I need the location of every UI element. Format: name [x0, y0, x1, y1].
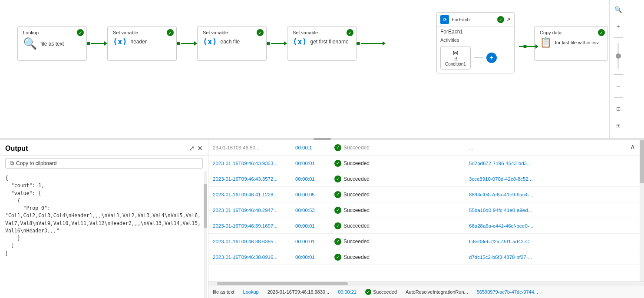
foreach-expand-btn[interactable]: ↗ — [506, 17, 511, 23]
col-duration: 00:00:01 — [295, 176, 334, 182]
table-row[interactable]: 2023-01-16T09:46:38.6385... 00:00:01 ✓ S… — [208, 234, 644, 249]
toolbar-divider-1 — [614, 37, 623, 38]
node-title-lookup: Lookup — [23, 30, 81, 35]
col-duration: 00:00:05 — [295, 192, 334, 197]
foreach-title: ForEach — [452, 17, 470, 22]
zoom-slider[interactable] — [618, 43, 619, 69]
table-scroll: 23-01-16T09:46:50... 00:00:1 ✓ Succeeded… — [208, 140, 644, 298]
foreach-connector-dot — [523, 45, 527, 48]
col-id: ... — [469, 145, 640, 150]
if-condition-box[interactable]: ⋈ IfCondition1 — [440, 46, 471, 70]
connector-4 — [357, 41, 386, 46]
output-scrollbar[interactable] — [204, 171, 207, 298]
right-toolbar: 🔍 + − ⊡ ⊞ — [609, 0, 627, 139]
output-text: { "count": 1, "value": [ { "Prop_0": "Co… — [5, 175, 203, 257]
node-body-lookup: 🔍 file as text — [23, 37, 81, 50]
col-timestamp: 2023-01-16T09:46:43.9353... — [213, 161, 295, 166]
connector-line-2 — [181, 43, 194, 44]
status-dot: ✓ — [334, 160, 341, 167]
status-type: Lookup — [243, 289, 259, 295]
bottom-area: Output ⤢ ✕ ⧉ Copy to clipboard { "count"… — [0, 140, 644, 298]
node-set-variable-filename[interactable]: ✓ Set variable (x) get first filename — [287, 26, 357, 61]
node-check-lookup: ✓ — [77, 29, 84, 36]
col-duration: 00:00:01 — [295, 239, 334, 244]
node-set-variable-header[interactable]: ✓ Set variable (x) header — [107, 26, 177, 61]
table-row[interactable]: 2023-01-16T09:46:39.1697... 00:00:01 ✓ S… — [208, 218, 644, 234]
col-duration: 00:00:01 — [295, 161, 334, 166]
connector-line-4 — [361, 43, 383, 44]
grid-btn[interactable]: ⊞ — [612, 119, 624, 132]
node-set-variable-each-file[interactable]: ✓ Set variable (x) each file — [197, 26, 267, 61]
col-status: ✓ Succeeded — [334, 144, 391, 151]
table-row[interactable]: 2023-01-16T09:46:43.3572... 00:00:01 ✓ S… — [208, 171, 644, 187]
node-lookup[interactable]: ✓ Lookup 🔍 file as text — [17, 26, 87, 61]
connector-line-3 — [271, 43, 284, 44]
col-timestamp: 2023-01-16T09:46:43.3572... — [213, 176, 295, 182]
connector-dot-1 — [87, 42, 90, 45]
copy-to-clipboard-btn[interactable]: ⧉ Copy to clipboard — [5, 158, 203, 169]
status-id: 56590979-ac7b-47dc-9744... — [477, 289, 538, 295]
table-row[interactable]: 23-01-16T09:46:50... 00:00:1 ✓ Succeeded… — [208, 140, 644, 156]
status-duration: 00:00:21 — [338, 289, 357, 295]
col-status: ✓ Succeeded — [334, 222, 391, 229]
node-label-copy: for last file within csv — [555, 40, 599, 45]
col-timestamp: 2023-01-16T09:46:39.1697... — [213, 223, 295, 228]
foreach-check: ✓ — [497, 16, 504, 23]
lookup-icon: 🔍 — [23, 37, 37, 50]
node-check-copy: ✓ — [598, 29, 605, 36]
table-row[interactable]: 2023-01-16T09:46:38.0916... 00:00:01 ✓ S… — [208, 249, 644, 265]
node-check-each: ✓ — [257, 29, 264, 36]
table-scrollbar[interactable] — [640, 140, 644, 285]
node-copy-data[interactable]: ✓ Copy data 📋 for last file within csv — [534, 26, 608, 61]
output-panel: Output ⤢ ✕ ⧉ Copy to clipboard { "count"… — [0, 140, 208, 298]
connector-arrow-1 — [104, 41, 107, 46]
table-row[interactable]: 2023-01-16T09:46:43.9353... 00:00:01 ✓ S… — [208, 156, 644, 171]
connector-line-1 — [91, 43, 104, 44]
fit-btn[interactable]: ⊡ — [612, 103, 624, 115]
pipeline-nodes: ✓ Lookup 🔍 file as text ✓ Set variable (… — [17, 26, 386, 61]
status-dot: ✓ — [334, 144, 341, 151]
connector-arrow-2 — [194, 41, 197, 46]
status-label: Succeeded — [373, 289, 397, 295]
node-body-copy: 📋 for last file within csv — [540, 37, 602, 48]
connector-dot-4 — [357, 42, 360, 45]
status-text: Succeeded — [343, 238, 370, 245]
zoom-in-btn[interactable]: + — [612, 20, 624, 32]
col-timestamp: 2023-01-16T09:46:41.1228... — [213, 192, 295, 197]
horizontal-scrollbar[interactable] — [208, 281, 644, 285]
status-timestamp: 2023-01-16T09:46:16.9830... — [268, 289, 330, 295]
col-id: 8894cf04-7e6a-41e9-9ac4-... — [469, 192, 640, 197]
foreach-expanded[interactable]: ⟳ ForEach ✓ ↗ ForEach1 Activities ⋈ IfCo… — [436, 12, 515, 73]
col-status: ✓ Succeeded — [334, 160, 391, 167]
col-duration: 00:00:01 — [295, 255, 334, 260]
status-text: Succeeded — [343, 192, 370, 198]
connector-arrow-4 — [383, 41, 386, 46]
col-status: ✓ Succeeded — [334, 254, 391, 261]
foreach-activities-label: Activities — [437, 36, 514, 44]
status-text: Succeeded — [343, 254, 370, 260]
col-status: ✓ Succeeded — [334, 175, 391, 182]
node-body-header: (x) header — [113, 37, 171, 46]
foreach-header-actions: ✓ ↗ — [497, 16, 511, 23]
search-btn[interactable]: 🔍 — [612, 3, 624, 16]
foreach-icon: ⟳ — [440, 15, 449, 24]
add-activity-btn[interactable]: + — [486, 53, 497, 63]
status-text: Succeeded — [343, 160, 370, 166]
zoom-out-btn[interactable]: − — [612, 80, 624, 92]
connector-dot-2 — [177, 42, 180, 45]
output-close-btn[interactable]: ✕ — [197, 144, 203, 152]
connector-foreach-copy — [519, 44, 538, 49]
connector-1 — [87, 41, 107, 46]
table-row[interactable]: 2023-01-16T09:46:41.1228... 00:00:05 ✓ S… — [208, 187, 644, 202]
status-dot: ✓ — [334, 175, 341, 182]
output-expand-btn[interactable]: ⤢ — [189, 144, 195, 152]
col-status: ✓ Succeeded — [334, 191, 391, 198]
col-duration: 00:00:53 — [295, 208, 334, 213]
output-title: Output — [5, 145, 28, 152]
var-icon-filename: (x) — [293, 37, 307, 46]
toolbar-divider-2 — [614, 74, 623, 75]
table-row[interactable]: 2023-01-16T09:46:40.2947... 00:00:53 ✓ S… — [208, 202, 644, 218]
node-label-lookup: file as text — [40, 41, 64, 47]
connector-dot-3 — [267, 42, 270, 45]
connector-2 — [177, 41, 197, 46]
